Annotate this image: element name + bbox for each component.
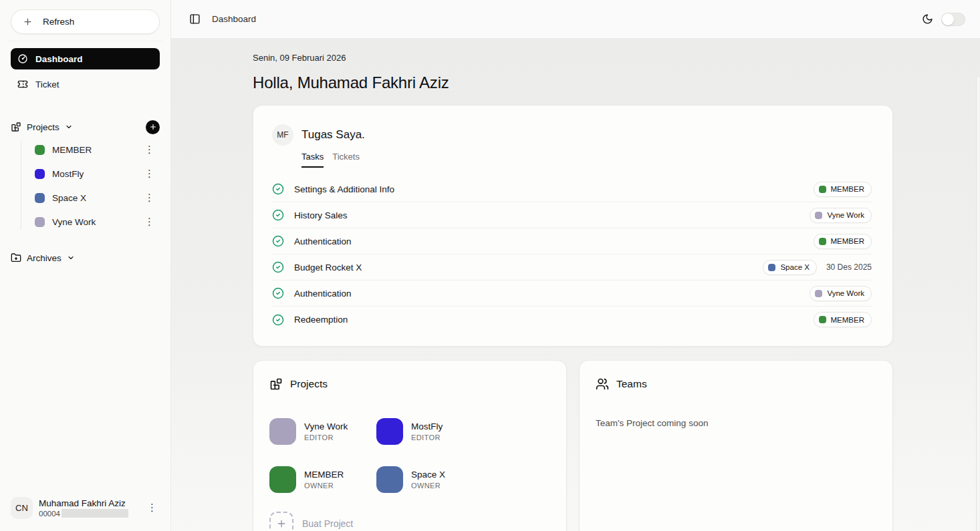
project-badge: MEMBER (814, 182, 872, 197)
kebab-menu-icon[interactable]: ⋮ (142, 192, 157, 204)
project-color-dot (815, 290, 822, 297)
projects-header-label: Projects (27, 122, 59, 132)
project-color-dot (35, 169, 45, 179)
task-row[interactable]: Authentication Vyne Work (272, 281, 872, 307)
task-row[interactable]: Settings & Additional Info MEMBER (272, 176, 872, 202)
check-circle-icon (272, 261, 284, 273)
sidebar-project-mostfly[interactable]: MostFly ⋮ (11, 162, 160, 186)
task-row[interactable]: Authentication MEMBER (272, 228, 872, 254)
task-row[interactable]: Redeemption MEMBER (272, 307, 872, 333)
sidebar-user[interactable]: CN Muhamad Fakhri Aziz 00004 ⋮ (11, 494, 160, 520)
project-color-dot (35, 145, 45, 155)
topbar: Dashboard (171, 0, 980, 39)
task-row[interactable]: Budget Rocket X Space X 30 Des 2025 (272, 254, 872, 281)
project-name: MostFly (52, 169, 84, 179)
check-circle-icon (272, 314, 284, 326)
sidebar-item-label: Ticket (35, 79, 59, 90)
dashboard-content: Senin, 09 Februari 2026 Holla, Muhamad F… (171, 39, 980, 531)
project-name: MEMBER (304, 470, 344, 480)
theme-toggle[interactable] (941, 13, 965, 26)
project-role: OWNER (304, 482, 344, 490)
project-role: EDITOR (304, 433, 348, 441)
avatar: MF (272, 124, 293, 146)
project-swatch (376, 466, 403, 493)
project-tile-mostfly[interactable]: MostFly EDITOR (376, 418, 550, 445)
project-swatch (269, 466, 296, 493)
kebab-menu-icon[interactable]: ⋮ (144, 502, 160, 514)
project-role: OWNER (411, 482, 445, 490)
project-name: Space X (411, 470, 445, 480)
task-title: Settings & Additional Info (294, 184, 394, 194)
teams-card-title: Teams (616, 378, 647, 390)
project-name: MEMBER (52, 145, 92, 155)
check-circle-icon (272, 235, 284, 247)
archives-header-label: Archives (27, 253, 62, 263)
projects-card: Projects Vyne Work EDITOR MostFly EDITOR (253, 360, 567, 531)
project-tile-spacex[interactable]: Space X OWNER (376, 466, 550, 493)
project-color-dot (768, 264, 775, 271)
project-tile-member[interactable]: MEMBER OWNER (269, 466, 376, 493)
badge-label: MEMBER (831, 237, 864, 245)
ticket-icon (17, 79, 28, 90)
user-name: Muhamad Fakhri Aziz (39, 498, 128, 509)
blocks-icon (11, 122, 21, 132)
task-title: Authentication (294, 289, 352, 299)
check-circle-icon (272, 209, 284, 221)
avatar: CN (11, 497, 33, 519)
kebab-menu-icon[interactable]: ⋮ (142, 144, 157, 156)
breadcrumb: Dashboard (212, 14, 256, 24)
task-title: History Sales (294, 210, 348, 220)
kebab-menu-icon[interactable]: ⋮ (142, 168, 157, 180)
blocks-icon (269, 377, 283, 391)
refresh-button[interactable]: Refresh (11, 9, 160, 34)
task-list: Settings & Additional Info MEMBER Histor… (272, 176, 872, 333)
kebab-menu-icon[interactable]: ⋮ (142, 216, 157, 228)
tab-tasks[interactable]: Tasks (301, 152, 324, 168)
sidebar-item-ticket[interactable]: Ticket (11, 73, 160, 95)
project-swatch (269, 418, 296, 445)
greeting-text: Holla, Muhamad Fakhri Aziz (253, 73, 980, 92)
tasks-tabs: Tasks Tickets (301, 152, 872, 168)
moon-icon (922, 13, 933, 25)
task-title: Budget Rocket X (294, 262, 362, 273)
scrollbar[interactable] (976, 77, 980, 531)
sidebar-project-member[interactable]: MEMBER ⋮ (11, 138, 160, 162)
project-color-dot (35, 217, 45, 227)
teams-card: Teams Team's Project coming soon (579, 360, 893, 531)
sidebar-projects-header[interactable]: Projects (11, 119, 160, 135)
sidebar-project-vynework[interactable]: Vyne Work ⋮ (11, 210, 160, 234)
project-name: Vyne Work (304, 421, 348, 432)
user-id: 00004 (39, 509, 128, 518)
check-circle-icon (272, 287, 284, 299)
sidebar-projects-list: MEMBER ⋮ MostFly ⋮ Space X ⋮ Vyne Work ⋮ (11, 138, 160, 234)
task-row[interactable]: History Sales Vyne Work (272, 202, 872, 228)
create-project-button[interactable]: Buat Project (269, 512, 550, 531)
project-name: Vyne Work (52, 217, 96, 227)
tab-tickets[interactable]: Tickets (332, 152, 360, 168)
add-project-button[interactable] (146, 120, 160, 134)
chevron-down-icon (67, 254, 75, 262)
chevron-down-icon (65, 123, 73, 131)
project-swatch (376, 418, 403, 445)
date-text: Senin, 09 Februari 2026 (253, 53, 980, 63)
sidebar-project-spacex[interactable]: Space X ⋮ (11, 186, 160, 210)
gauge-icon (17, 53, 28, 64)
badge-label: Vyne Work (827, 211, 864, 219)
task-title: Redeemption (294, 315, 348, 325)
project-color-dot (815, 212, 822, 219)
badge-label: MEMBER (831, 185, 864, 193)
sidebar-archives-header[interactable]: Archives (11, 250, 160, 266)
project-badge: MEMBER (814, 234, 872, 249)
project-color-dot (35, 193, 45, 203)
project-tile-vynework[interactable]: Vyne Work EDITOR (269, 418, 376, 445)
due-date: 30 Des 2025 (826, 262, 872, 272)
task-title: Authentication (294, 236, 352, 246)
create-project-label: Buat Project (302, 518, 353, 529)
sidebar-item-dashboard[interactable]: Dashboard (11, 48, 160, 69)
project-color-dot (819, 316, 826, 323)
plus-icon (269, 512, 293, 531)
sidebar-item-label: Dashboard (35, 54, 83, 64)
sidebar: Refresh Dashboard Ticket Projects MEMBER… (0, 0, 171, 531)
tasks-card: MF Tugas Saya. Tasks Tickets Settings & … (253, 105, 893, 347)
panel-left-icon[interactable] (189, 13, 201, 25)
